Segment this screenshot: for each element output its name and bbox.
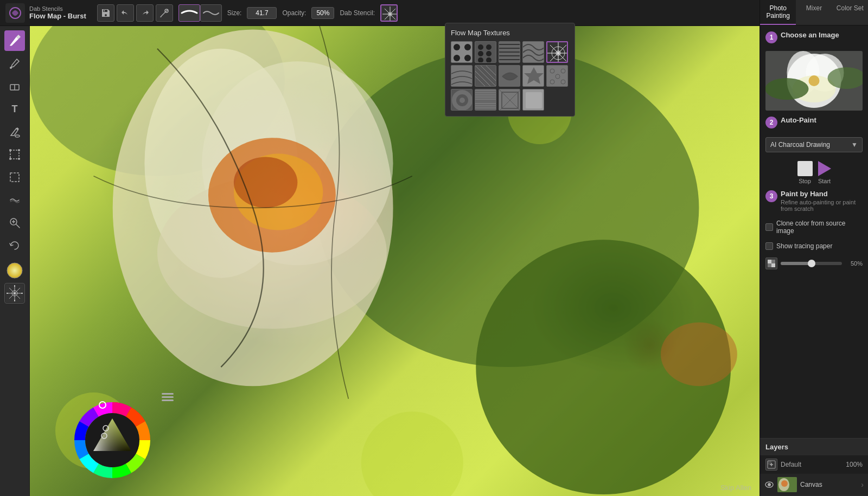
svg-point-9 bbox=[10, 67, 12, 69]
selection-tool[interactable] bbox=[4, 167, 25, 188]
toolbar-buttons bbox=[97, 4, 173, 22]
color-circle-tool[interactable] bbox=[4, 260, 25, 281]
tab-mixer[interactable]: Mixer bbox=[796, 0, 832, 25]
texture-cell-12[interactable] bbox=[499, 89, 520, 111]
start-icon bbox=[818, 161, 831, 176]
auto-paint-dropdown[interactable]: AI Charcoal Drawing ▼ bbox=[765, 137, 863, 152]
tab-photo-painting[interactable]: Photo Painting bbox=[760, 0, 796, 25]
step1-row: 1 Choose an Image bbox=[765, 31, 863, 43]
texture-cell-13[interactable] bbox=[522, 89, 544, 111]
opacity-icon[interactable] bbox=[765, 257, 777, 269]
texture-cell-8[interactable] bbox=[522, 65, 544, 87]
tracing-paper-label: Show tracing paper bbox=[776, 242, 832, 250]
default-layer-label: Default bbox=[781, 461, 801, 468]
layer-canvas-name: Canvas bbox=[800, 481, 858, 488]
undo-button[interactable] bbox=[117, 4, 134, 22]
layer-thumbnail bbox=[777, 477, 797, 492]
text-tool[interactable]: T bbox=[4, 99, 25, 119]
right-panel: Photo Painting Mixer Color Set 1 Choose … bbox=[760, 0, 868, 496]
svg-point-15 bbox=[18, 149, 20, 151]
app-subtitle: Flow Map - Burst bbox=[29, 12, 86, 20]
svg-point-133 bbox=[781, 480, 788, 487]
svg-point-16 bbox=[9, 158, 11, 160]
tab-color-set[interactable]: Color Set bbox=[832, 0, 868, 25]
color-wheel-container[interactable] bbox=[68, 396, 157, 485]
smear-tool[interactable] bbox=[4, 190, 25, 210]
size-label: Size: bbox=[227, 9, 242, 17]
eraser-tool[interactable] bbox=[4, 76, 25, 96]
titlebar: Dab Stencils Flow Map - Burst Size: 41.7… bbox=[0, 0, 868, 26]
color-wheel-menu[interactable] bbox=[162, 393, 174, 401]
step3-sublabel: Refine auto-painting or paint from scrat… bbox=[781, 199, 863, 212]
brush-tool[interactable] bbox=[4, 30, 25, 51]
layer-default-opacity: 100% bbox=[846, 461, 863, 468]
svg-point-57 bbox=[454, 44, 460, 50]
layers-title: Layers bbox=[765, 443, 788, 451]
transform-tool[interactable] bbox=[4, 144, 25, 165]
size-input[interactable]: 41.7 bbox=[247, 7, 277, 19]
opacity-value: 50% bbox=[845, 260, 863, 267]
brush-stroke-1[interactable] bbox=[178, 4, 200, 22]
step1-circle: 1 bbox=[765, 31, 777, 43]
svg-rect-123 bbox=[768, 260, 771, 263]
app-icon bbox=[5, 3, 25, 23]
texture-cell-2[interactable] bbox=[499, 41, 520, 63]
stencil-tool[interactable] bbox=[4, 283, 25, 304]
start-button[interactable]: Start bbox=[818, 161, 831, 184]
texture-cell-7[interactable] bbox=[499, 65, 520, 87]
svg-rect-124 bbox=[771, 263, 775, 267]
save-button[interactable] bbox=[97, 4, 114, 22]
opacity-slider-thumb[interactable] bbox=[808, 260, 815, 267]
layer-expand-icon[interactable]: › bbox=[861, 480, 864, 489]
dab-stencil-preview[interactable] bbox=[380, 4, 398, 22]
texture-cell-3[interactable] bbox=[522, 41, 544, 63]
canvas-area[interactable] bbox=[30, 26, 760, 496]
stop-start-row: Stop Start bbox=[765, 161, 863, 184]
layers-section: Layers Default 100% bbox=[760, 438, 868, 496]
brush-stroke-2[interactable] bbox=[200, 4, 222, 22]
svg-point-130 bbox=[768, 483, 771, 486]
rotate-tool[interactable] bbox=[4, 235, 25, 256]
step3-row: 3 Paint by Hand Refine auto-painting or … bbox=[765, 190, 863, 212]
eyedropper-tool[interactable] bbox=[4, 53, 25, 74]
app-name: Dab Stencils bbox=[29, 5, 86, 12]
watermark: Skip Allen bbox=[720, 484, 751, 492]
svg-point-12 bbox=[15, 135, 20, 137]
redo-button[interactable] bbox=[136, 4, 154, 22]
opacity-slider[interactable] bbox=[781, 262, 842, 265]
svg-point-35 bbox=[14, 292, 16, 294]
opacity-dropdown[interactable]: 50% bbox=[311, 7, 334, 19]
texture-cell-1[interactable] bbox=[475, 41, 496, 63]
texture-grid bbox=[451, 41, 569, 111]
source-image-preview[interactable] bbox=[765, 51, 863, 111]
smart-brush-button[interactable] bbox=[156, 4, 173, 22]
clone-color-checkbox[interactable] bbox=[765, 223, 773, 231]
svg-rect-112 bbox=[526, 92, 542, 108]
svg-point-66 bbox=[478, 57, 483, 63]
texture-cell-0[interactable] bbox=[451, 41, 473, 63]
svg-point-62 bbox=[478, 44, 483, 50]
texture-cell-4[interactable] bbox=[546, 41, 568, 63]
layers-header: Layers bbox=[760, 439, 868, 455]
start-label: Start bbox=[818, 178, 831, 184]
fill-tool[interactable] bbox=[4, 121, 25, 142]
texture-cell-6[interactable] bbox=[475, 65, 496, 87]
stop-button[interactable]: Stop bbox=[797, 161, 813, 184]
layer-item-canvas[interactable]: Canvas › bbox=[760, 474, 868, 496]
texture-cell-5[interactable] bbox=[451, 65, 473, 87]
clone-color-label: Clone color from source image bbox=[776, 220, 863, 235]
zoom-tool[interactable] bbox=[4, 212, 25, 233]
svg-point-64 bbox=[478, 51, 483, 56]
texture-cell-9[interactable] bbox=[546, 65, 568, 87]
svg-point-49 bbox=[661, 323, 737, 386]
svg-rect-18 bbox=[10, 173, 19, 182]
svg-point-58 bbox=[464, 44, 471, 50]
step2-circle: 2 bbox=[765, 117, 777, 128]
step2-row: 2 Auto-Paint bbox=[765, 116, 863, 128]
layer-visibility-icon[interactable] bbox=[764, 480, 774, 489]
layer-add-button[interactable] bbox=[765, 459, 777, 471]
step3-circle: 3 bbox=[765, 190, 777, 202]
texture-cell-10[interactable] bbox=[451, 89, 473, 111]
texture-cell-11[interactable] bbox=[475, 89, 496, 111]
tracing-paper-checkbox[interactable] bbox=[765, 242, 773, 250]
